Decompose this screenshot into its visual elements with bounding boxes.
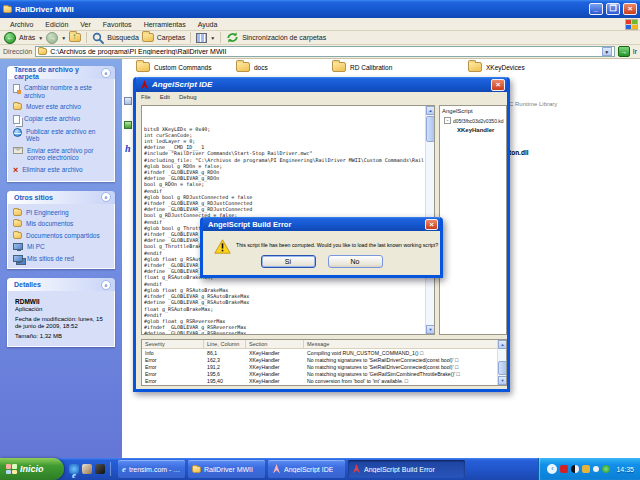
scroll-up-icon[interactable]: ▲ (426, 106, 435, 115)
menu-favoritos[interactable]: Favoritos (97, 21, 138, 28)
ide-menu-edit[interactable]: Edit (160, 94, 170, 100)
start-button[interactable]: Inicio (0, 458, 64, 480)
ide-close-button[interactable]: × (491, 79, 505, 91)
build-error-dialog: AngelScript Build Error × This script fi… (200, 217, 443, 278)
task-publish-web[interactable]: Publicar este archivo en Web (13, 128, 110, 143)
ide-menubar: File Edit Debug (136, 92, 507, 102)
place-mi-pc[interactable]: Mi PC (13, 243, 110, 251)
messages-scrollbar[interactable]: ▲ ▼ (497, 340, 506, 385)
search-label[interactable]: Búsqueda (107, 34, 139, 41)
minimize-button[interactable]: _ (589, 3, 603, 15)
task-move-file[interactable]: Mover este archivo (13, 103, 110, 111)
scroll-thumb[interactable] (426, 116, 435, 142)
tray-icon-yellow[interactable] (582, 465, 590, 473)
task-rename-file[interactable]: Cambiar nombre a este archivo (13, 84, 110, 99)
message-row[interactable]: Info 86,1 XKeyHandler Compiling void RUN… (142, 349, 496, 356)
tray-icon-monochrome[interactable] (571, 465, 579, 473)
folders-view-icon[interactable] (142, 33, 154, 42)
globe-icon (13, 128, 22, 137)
menu-ayuda[interactable]: Ayuda (192, 21, 224, 28)
explorer-titlebar[interactable]: RailDriver MWII _ ❐ × (0, 0, 640, 18)
forward-icon[interactable]: → (46, 32, 58, 44)
col-line-column[interactable]: Line, Column (204, 340, 246, 349)
forward-dropdown-icon[interactable]: ▼ (61, 35, 66, 41)
tray-icon-red[interactable] (560, 465, 568, 473)
tree-node-script[interactable]: - d05f3fbc03d2v0350.kd (444, 117, 505, 124)
build-messages-panel[interactable]: Severity Line, Column Section Message In… (141, 339, 507, 386)
views-icon[interactable] (196, 33, 207, 43)
yes-button[interactable]: Sí (261, 255, 316, 268)
sync-icon[interactable] (226, 31, 239, 44)
place-pi-engineering[interactable]: PI Engineering (13, 209, 110, 217)
search-icon[interactable] (92, 32, 104, 44)
taskbar-clock[interactable]: 14:35 (616, 466, 634, 473)
go-label[interactable]: Ir (633, 48, 637, 55)
ide-titlebar[interactable]: AngelScript IDE × (136, 77, 507, 92)
folder-xkeydevices[interactable]: XKeyDevices (468, 62, 568, 72)
go-button-icon[interactable]: → (618, 46, 630, 57)
tray-chevron-icon[interactable]: ‹ (547, 464, 557, 474)
menu-archivo[interactable]: Archivo (4, 21, 39, 28)
folder-rd-calibration[interactable]: RD Calibration (332, 62, 468, 72)
menu-herramientas[interactable]: Herramientas (138, 21, 192, 28)
place-mis-documentos[interactable]: Mis documentos (13, 220, 110, 228)
place-mis-sitios-red[interactable]: Mis sitios de red (13, 255, 110, 263)
ide-menu-file[interactable]: File (141, 94, 151, 100)
scroll-up-icon[interactable]: ▲ (498, 340, 507, 349)
tree-leaf-xkeyhandler[interactable]: XKeyHandler (457, 127, 505, 133)
menu-edicion[interactable]: Edición (39, 21, 74, 28)
explorer-title: RailDriver MWII (15, 5, 586, 14)
task-email-file[interactable]: Enviar este archivo por correo electróni… (13, 147, 110, 162)
script-tree-panel[interactable]: AngelScript - d05f3fbc03d2v0350.kd XKeyH… (439, 105, 507, 335)
dialog-close-button[interactable]: × (425, 219, 438, 230)
sync-label[interactable]: Sincronización de carpetas (242, 34, 326, 41)
folders-label[interactable]: Carpetas (157, 34, 185, 41)
tree-collapse-icon[interactable]: - (444, 117, 451, 124)
taskbar-button-browser[interactable]: e trensim.com - Ve To... (118, 460, 185, 478)
place-documentos-compartidos[interactable]: Documentos compartidos (13, 232, 110, 240)
collapse-chevron-icon[interactable]: » (101, 68, 111, 78)
quick-launch-desktop-icon[interactable] (82, 464, 92, 474)
message-row[interactable]: Error 213,21 XKeyHandler No matching sig… (142, 384, 496, 385)
tree-root[interactable]: AngelScript (442, 108, 505, 114)
message-row[interactable]: Error 191,2 XKeyHandler No matching sign… (142, 363, 496, 370)
views-dropdown-icon[interactable]: ▼ (210, 35, 215, 41)
tray-icon-green[interactable] (602, 465, 610, 473)
message-row[interactable]: Error 195,6 XKeyHandler No matching sign… (142, 370, 496, 377)
scroll-thumb[interactable] (498, 361, 507, 375)
address-value: C:\Archivos de programa\PI Engineering\R… (50, 48, 599, 55)
taskbar-button-ide[interactable]: AngelScript IDE (268, 460, 345, 478)
back-icon[interactable]: ← (4, 32, 16, 44)
col-severity[interactable]: Severity (142, 340, 204, 349)
taskbar-button-build-error[interactable]: AngelScript Build Error (348, 460, 465, 478)
col-section[interactable]: Section (246, 340, 304, 349)
dialog-titlebar[interactable]: AngelScript Build Error × (203, 217, 440, 231)
quick-launch-ie-icon[interactable]: e (69, 464, 79, 474)
col-message[interactable]: Message (304, 340, 506, 349)
back-label[interactable]: Atrás (19, 34, 35, 41)
no-button[interactable]: No (328, 255, 383, 268)
collapse-chevron-icon[interactable]: » (101, 280, 111, 290)
address-dropdown-icon[interactable]: ▼ (602, 47, 612, 56)
task-delete-file[interactable]: × Eliminar este archivo (13, 166, 110, 175)
ide-menu-debug[interactable]: Debug (179, 94, 197, 100)
collapse-chevron-icon[interactable]: » (101, 192, 111, 202)
dialog-message: This script file has been corrupted. Wou… (236, 242, 438, 248)
tray-icon-white[interactable] (593, 466, 599, 472)
folder-custom-commands[interactable]: Custom Commands (136, 62, 236, 72)
up-folder-icon[interactable]: ↑ (69, 33, 81, 42)
task-copy-file[interactable]: Copiar este archivo (13, 115, 110, 124)
folder-docs[interactable]: docs (236, 62, 332, 72)
address-input[interactable]: C:\Archivos de programa\PI Engineering\R… (35, 46, 615, 57)
quick-launch-app-icon[interactable] (95, 464, 105, 474)
back-dropdown-icon[interactable]: ▼ (38, 35, 43, 41)
message-row[interactable]: Error 195,40 XKeyHandler No conversion f… (142, 377, 496, 384)
close-button[interactable]: × (623, 3, 637, 15)
menu-ver[interactable]: Ver (74, 21, 97, 28)
message-row[interactable]: Error 162,3 XKeyHandler No matching sign… (142, 356, 496, 363)
maximize-button[interactable]: ❐ (606, 3, 620, 15)
code-line: #including_file: "C:\Archivos de program… (144, 157, 424, 163)
scroll-down-icon[interactable]: ▼ (498, 376, 507, 385)
scroll-down-icon[interactable]: ▼ (426, 325, 435, 334)
taskbar-button-explorer[interactable]: RailDriver MWII (188, 460, 265, 478)
